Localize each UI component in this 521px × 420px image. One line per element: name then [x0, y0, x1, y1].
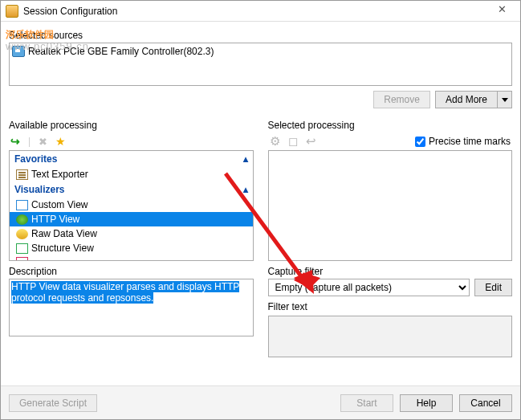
- category-visualizers[interactable]: Visualizers▴: [10, 181, 253, 198]
- item-http-view[interactable]: HTTP View: [10, 212, 253, 226]
- structure-view-icon: [16, 243, 28, 254]
- filter-text-label: Filter text: [268, 301, 513, 312]
- favorite-icon[interactable]: ★: [55, 135, 66, 148]
- back-icon: ↩: [306, 134, 316, 149]
- tag-icon: ◻: [288, 134, 298, 149]
- nic-icon: [12, 46, 25, 57]
- item-text-exporter[interactable]: Text Exporter: [10, 167, 253, 181]
- close-button[interactable]: ✕: [488, 3, 515, 19]
- capture-filter-label: Capture filter: [268, 266, 513, 277]
- item-raw-data-view[interactable]: Raw Data View: [10, 226, 253, 241]
- available-list[interactable]: Favorites▴ Text Exporter Visualizers▴ Cu…: [9, 150, 254, 261]
- app-icon: [6, 5, 18, 18]
- sources-list[interactable]: Realtek PCIe GBE Family Controller(802.3…: [9, 43, 512, 86]
- available-label: Available processing: [9, 120, 254, 131]
- help-button[interactable]: Help: [400, 394, 453, 412]
- capture-filter-select[interactable]: Empty (capture all packets): [268, 279, 470, 296]
- document-icon: [16, 169, 28, 180]
- precise-time-checkbox[interactable]: Precise time marks: [415, 136, 511, 147]
- chevron-up-icon: ▴: [243, 153, 248, 165]
- available-toolbar: ↪ | ✖ ★: [9, 133, 254, 150]
- selected-processing-label: Selected processing: [268, 120, 513, 131]
- raw-data-icon: [16, 229, 28, 239]
- source-row[interactable]: Realtek PCIe GBE Family Controller(802.3…: [12, 46, 509, 57]
- selected-list[interactable]: [268, 150, 513, 261]
- selected-sources-label: Selected sources: [9, 30, 512, 41]
- gear-icon: ⚙: [270, 134, 280, 149]
- description-box[interactable]: HTTP View data visualizer parses and dis…: [9, 279, 254, 336]
- item-custom-view[interactable]: Custom View: [10, 198, 253, 212]
- edit-button[interactable]: Edit: [474, 279, 512, 296]
- filter-text-box: [268, 316, 513, 357]
- delete-icon: ✖: [39, 136, 47, 148]
- http-view-icon: [16, 214, 28, 225]
- add-more-button[interactable]: Add More: [435, 91, 512, 108]
- start-button: Start: [340, 394, 393, 412]
- item-structure-view[interactable]: Structure View: [10, 241, 253, 255]
- add-more-dropdown[interactable]: [498, 91, 512, 108]
- source-name: Realtek PCIe GBE Family Controller(802.3…: [28, 46, 214, 57]
- more-icon: [16, 257, 28, 261]
- custom-view-icon: [16, 200, 28, 210]
- description-text: HTTP View data visualizer parses and dis…: [11, 281, 239, 304]
- chevron-up-icon: ▴: [243, 184, 248, 195]
- add-icon[interactable]: ↪: [10, 135, 20, 148]
- cancel-button[interactable]: Cancel: [459, 394, 512, 412]
- category-favorites[interactable]: Favorites▴: [10, 151, 253, 167]
- window-title: Session Configuration: [23, 6, 488, 17]
- item-more[interactable]: [10, 255, 253, 261]
- remove-button: Remove: [373, 91, 430, 108]
- generate-script-button: Generate Script: [9, 394, 97, 412]
- description-label: Description: [9, 266, 254, 277]
